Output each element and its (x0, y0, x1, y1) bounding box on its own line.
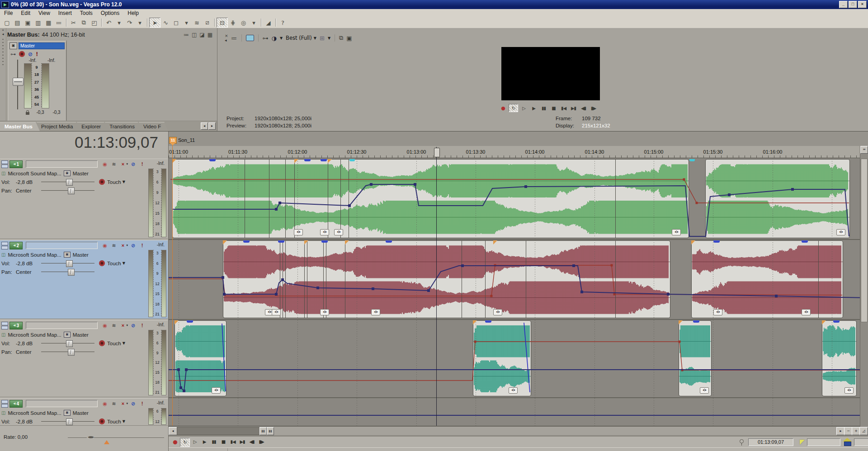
pause-button[interactable]: ▮▮ (209, 438, 218, 446)
track-minimize-buttons[interactable] (1, 400, 8, 408)
automation-gear-icon[interactable] (99, 418, 105, 424)
cursor-timecode-display[interactable]: 01:13:09,07 (9, 133, 158, 151)
automation-icon[interactable]: ≋ (110, 243, 118, 249)
event-split[interactable] (285, 240, 286, 318)
mute-caret-icon[interactable]: ▾ (126, 162, 128, 166)
tab-project-media[interactable]: Project Media (37, 122, 80, 131)
meter-properties-icon[interactable]: ▦ (208, 32, 212, 38)
pan-slider[interactable] (41, 349, 94, 355)
mode-caret-icon[interactable]: ▼ (123, 419, 125, 423)
device-name[interactable]: Microsoft Sound Map... (8, 332, 61, 338)
vol-value[interactable]: -2,8 dB (16, 179, 41, 185)
audio-event[interactable] (172, 159, 689, 238)
event-split[interactable] (269, 159, 269, 238)
vertical-scrollbar[interactable]: ≡ (860, 146, 868, 427)
edit-cursor[interactable] (436, 147, 437, 426)
event-gain-handle[interactable]: ◂▯▸ (212, 387, 221, 394)
track-number-badge[interactable]: ◀3 (9, 322, 23, 329)
event-gain-handle[interactable]: ◂▯▸ (844, 387, 854, 394)
bus-assign-icon[interactable]: ▣ (64, 252, 71, 258)
automation-icon[interactable]: ≋ (110, 401, 118, 407)
whats-this-help-icon[interactable]: ? (278, 18, 288, 27)
hscroll-left-icon[interactable]: ◂ (169, 427, 177, 435)
event-split[interactable] (615, 159, 616, 238)
arm-record-icon[interactable]: ◉ (101, 401, 108, 407)
next-frame-button[interactable]: ▮▶ (589, 104, 598, 112)
mode-caret-icon[interactable]: ▼ (123, 341, 125, 345)
vol-slider[interactable] (41, 179, 94, 185)
selection-edit-tool-icon[interactable]: ◻ (171, 18, 181, 27)
overlays-grid-icon[interactable]: ⊞ (320, 35, 325, 42)
menu-options[interactable]: Options (97, 9, 123, 17)
cursor-handle[interactable] (434, 148, 440, 157)
event-split[interactable] (615, 240, 616, 318)
rate-scrub-handle[interactable]: ◂◂▸▸ (87, 434, 94, 439)
automation-settings-icon[interactable] (19, 51, 25, 57)
bus-name-field[interactable]: Master (19, 42, 65, 49)
go-to-start-button[interactable]: ▮◀ (559, 104, 568, 112)
event-split[interactable] (485, 240, 486, 318)
bus-assign-icon[interactable]: ▣ (64, 332, 71, 338)
menu-view[interactable]: View (34, 9, 54, 17)
pan-slider-handle[interactable] (68, 349, 75, 356)
vol-slider[interactable] (41, 260, 94, 266)
event-split[interactable] (340, 159, 341, 238)
event-gain-handle[interactable]: ◂▯▸ (371, 309, 380, 315)
minimize-button[interactable]: _ (839, 1, 848, 8)
render-as-icon[interactable]: ▦ (43, 18, 54, 27)
event-gain-handle[interactable]: ◂▯▸ (509, 387, 518, 394)
phase-icon[interactable]: ! (138, 161, 146, 167)
close-button[interactable]: × (858, 1, 867, 8)
event-gain-handle[interactable]: ◂▯▸ (700, 387, 709, 394)
audio-event[interactable] (223, 240, 670, 318)
vol-slider[interactable] (41, 418, 94, 424)
vol-slider-handle[interactable] (66, 340, 73, 347)
master-fader-handle[interactable] (13, 78, 24, 86)
tab-scroll-right-icon[interactable]: ▸ (208, 122, 216, 130)
vol-slider[interactable] (41, 340, 94, 346)
event-split[interactable] (323, 240, 324, 318)
track-number-badge[interactable]: ◀2 (9, 242, 23, 249)
copy-icon[interactable]: ⧉ (79, 18, 89, 27)
title-bar[interactable]: ▶ 0% (30 of 30) - Son Nu.veg - Vegas Pro… (0, 0, 868, 9)
event-gain-handle[interactable]: ◂▯▸ (836, 229, 845, 235)
track-lane-2[interactable]: ◂▯▸◂▯▸◂▯▸◂▯▸◂▯▸◂▯▸◂▯▸ (169, 240, 868, 320)
device-name[interactable]: Microsoft Sound Map... (8, 171, 61, 176)
mute-icon[interactable]: × (119, 401, 127, 406)
event-gain-handle[interactable]: ◂▯▸ (672, 229, 681, 235)
event-split[interactable] (526, 240, 526, 318)
pan-value[interactable]: Center (16, 188, 41, 193)
status-timecode-field[interactable]: 01:13:09,07 (748, 438, 793, 446)
track-minimize-buttons[interactable] (1, 322, 8, 329)
automation-mode[interactable]: Touch (107, 419, 121, 424)
go-to-end-button[interactable]: ▶▮ (569, 104, 578, 112)
solo-icon[interactable]: ⊘ (129, 243, 137, 249)
menu-help[interactable]: Help (123, 9, 143, 17)
time-ruler[interactable]: 01:11:0001:11:3001:12:0001:12:3001:13:00… (169, 146, 868, 158)
panel-grip[interactable]: ×◂ (0, 28, 6, 121)
pan-slider-handle[interactable] (68, 269, 75, 276)
phase-icon[interactable]: ! (138, 401, 146, 406)
paste-icon[interactable]: ◰ (89, 18, 99, 27)
menu-insert[interactable]: Insert (54, 9, 76, 17)
track-minimize-buttons[interactable] (1, 242, 8, 249)
cut-icon[interactable]: ✂ (68, 18, 79, 27)
mode-caret-icon[interactable]: ▼ (123, 261, 125, 265)
split-screen-view-icon[interactable]: ◑ (272, 35, 277, 42)
open-project-icon[interactable]: ▤ (12, 18, 23, 27)
event-split[interactable] (818, 240, 819, 318)
vol-slider-handle[interactable] (66, 260, 73, 267)
mode-caret-icon[interactable]: ▼ (123, 180, 125, 184)
pan-value[interactable]: Center (16, 349, 41, 355)
pause-button[interactable]: ▮▮ (539, 104, 548, 112)
auto-ripple-icon[interactable]: ≋ (192, 18, 202, 27)
solo-icon[interactable]: ⊘ (129, 401, 137, 407)
hscroll-thumb[interactable] (177, 427, 260, 435)
go-to-end-button[interactable]: ▶▮ (238, 438, 247, 446)
selection-start-field[interactable] (807, 438, 840, 446)
preview-menu-icon[interactable]: ≔ (231, 35, 237, 42)
phase-icon[interactable]: ! (138, 243, 146, 248)
event-gain-handle[interactable]: ◂▯▸ (334, 229, 343, 235)
vscroll-menu-icon[interactable]: ≡ (860, 146, 868, 154)
event-gain-handle[interactable]: ◂▯▸ (493, 309, 502, 315)
